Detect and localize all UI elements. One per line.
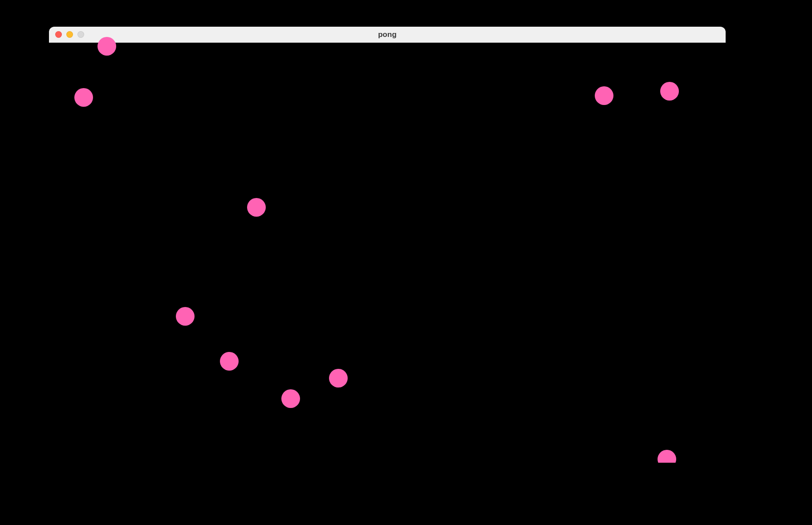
title-bar[interactable]: pong	[49, 27, 726, 43]
ball	[329, 369, 348, 388]
ball	[660, 82, 679, 101]
ball	[658, 450, 676, 463]
window-title: pong	[378, 30, 397, 39]
ball	[97, 37, 116, 56]
ball	[74, 88, 93, 107]
game-canvas[interactable]	[49, 43, 726, 463]
ball	[220, 352, 239, 371]
minimize-button[interactable]	[66, 31, 73, 38]
ball	[281, 389, 300, 408]
maximize-button[interactable]	[77, 31, 84, 38]
ball	[247, 198, 266, 217]
ball	[595, 86, 613, 105]
ball	[176, 307, 195, 326]
close-button[interactable]	[55, 31, 62, 38]
app-window: pong	[49, 27, 726, 463]
traffic-lights	[55, 31, 84, 38]
